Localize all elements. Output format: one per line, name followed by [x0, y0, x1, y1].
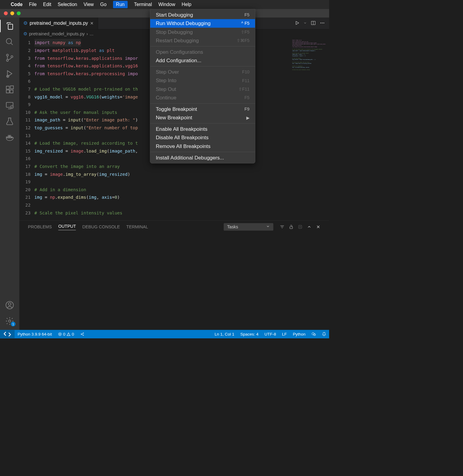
- menu-item-install-additional-debuggers-[interactable]: Install Additional Debuggers...: [150, 153, 255, 162]
- status-indentation[interactable]: Spaces: 4: [237, 332, 261, 336]
- output-channel-select[interactable]: Tasks: [224, 223, 273, 231]
- menu-edit[interactable]: Edit: [43, 2, 51, 7]
- close-panel-icon[interactable]: [316, 224, 321, 230]
- settings-icon[interactable]: 1: [5, 317, 14, 326]
- clear-output-icon[interactable]: [298, 224, 303, 230]
- menu-item-stop-debugging: Stop Debugging⇧F5: [150, 28, 255, 36]
- chevron-down-icon: [266, 224, 270, 229]
- svg-point-3: [11, 56, 13, 57]
- svg-point-22: [83, 333, 84, 333]
- svg-rect-5: [6, 86, 9, 89]
- status-eol[interactable]: LF: [279, 332, 290, 336]
- menu-item-toggle-breakpoint[interactable]: Toggle BreakpointF9: [150, 105, 255, 113]
- svg-point-23: [83, 335, 84, 336]
- source-control-icon[interactable]: [5, 53, 14, 62]
- run-file-icon[interactable]: [295, 21, 299, 26]
- svg-rect-7: [10, 90, 13, 93]
- svg-point-15: [320, 23, 321, 24]
- close-window-button[interactable]: [4, 11, 8, 15]
- status-encoding[interactable]: UTF-8: [261, 332, 279, 336]
- status-problems[interactable]: 0 0: [55, 332, 77, 336]
- svg-point-17: [323, 23, 324, 24]
- svg-rect-8: [10, 86, 13, 89]
- svg-point-13: [8, 320, 11, 322]
- svg-rect-6: [6, 90, 9, 93]
- split-editor-icon[interactable]: [311, 21, 316, 27]
- activity-bar: 1: [0, 18, 19, 330]
- menu-item-run-without-debugging[interactable]: Run Without Debugging^ F5: [150, 19, 255, 27]
- run-debug-icon[interactable]: [5, 69, 14, 78]
- menu-item-restart-debugging: Restart Debugging⇧⌘F5: [150, 36, 255, 45]
- explorer-icon[interactable]: [5, 21, 14, 31]
- menu-item-disable-all-breakpoints[interactable]: Disable All Breakpoints: [150, 133, 255, 142]
- svg-point-25: [314, 334, 316, 336]
- testing-icon[interactable]: [5, 117, 14, 126]
- output-channel-label: Tasks: [227, 224, 238, 229]
- status-python-version[interactable]: Python 3.9.9 64-bit: [15, 332, 55, 336]
- warnings-count: 0: [72, 332, 74, 336]
- svg-point-16: [322, 23, 323, 24]
- menu-selection[interactable]: Selection: [58, 2, 77, 7]
- bottom-panel: PROBLEMS OUTPUT DEBUG CONSOLE TERMINAL T…: [19, 220, 329, 330]
- filter-icon[interactable]: [280, 224, 285, 230]
- menu-item-remove-all-breakpoints[interactable]: Remove All Breakpoints: [150, 142, 255, 150]
- extensions-icon[interactable]: [5, 85, 14, 94]
- menu-terminal[interactable]: Terminal: [134, 2, 152, 7]
- status-feedback-icon[interactable]: [309, 332, 319, 336]
- svg-point-1: [6, 54, 8, 56]
- accounts-icon[interactable]: [5, 301, 14, 310]
- tab-close-icon[interactable]: ✕: [90, 21, 94, 26]
- menu-item-step-out: Step Out⇧F11: [150, 85, 255, 93]
- svg-point-21: [81, 334, 82, 334]
- panel-tab-problems[interactable]: PROBLEMS: [28, 224, 52, 229]
- minimap[interactable]: import numpy as np import matplotlib.pyp…: [290, 38, 329, 220]
- menu-run[interactable]: Run: [113, 1, 128, 8]
- traffic-lights: [0, 11, 21, 15]
- docker-icon[interactable]: [5, 133, 14, 142]
- menu-view[interactable]: View: [84, 2, 94, 7]
- app-name[interactable]: Code: [11, 2, 23, 7]
- menu-window[interactable]: Window: [158, 2, 175, 7]
- status-bar: Python 3.9.9 64-bit 0 0 Ln 1, Col 1 Spac…: [0, 330, 329, 338]
- more-actions-icon[interactable]: [320, 21, 325, 27]
- chevron-up-icon[interactable]: [307, 224, 312, 230]
- tab-actions: [295, 18, 329, 29]
- menu-item-open-configurations: Open Configurations: [150, 48, 255, 56]
- maximize-window-button[interactable]: [17, 11, 21, 15]
- errors-count: 0: [63, 332, 66, 336]
- breadcrumb-rest: ...: [90, 31, 93, 36]
- panel-tab-debug-console[interactable]: DEBUG CONSOLE: [83, 224, 120, 229]
- menu-item-enable-all-breakpoints[interactable]: Enable All Breakpoints: [150, 125, 255, 133]
- minimize-window-button[interactable]: [10, 11, 14, 15]
- panel-tab-output[interactable]: OUTPUT: [58, 224, 76, 230]
- svg-point-0: [6, 38, 11, 43]
- menu-item-add-configuration-[interactable]: Add Configuration...: [150, 56, 255, 65]
- menu-item-step-over: Step OverF10: [150, 68, 255, 76]
- tab-pretrained-model-inputs[interactable]: ⚙ pretrained_model_inputs.py ✕: [19, 18, 98, 29]
- tab-label: pretrained_model_inputs.py: [30, 21, 88, 26]
- status-language-mode[interactable]: Python: [290, 332, 309, 336]
- menu-file[interactable]: File: [29, 2, 37, 7]
- status-cursor-position[interactable]: Ln 1, Col 1: [212, 332, 237, 336]
- remote-explorer-icon[interactable]: [5, 101, 14, 110]
- menu-help[interactable]: Help: [182, 2, 191, 7]
- svg-point-2: [6, 60, 8, 61]
- status-notifications-icon[interactable]: [319, 332, 329, 336]
- status-live-share[interactable]: [77, 332, 87, 336]
- panel-tabs: PROBLEMS OUTPUT DEBUG CONSOLE TERMINAL T…: [19, 220, 329, 233]
- menu-go[interactable]: Go: [100, 2, 106, 7]
- chevron-right-icon: ›: [86, 31, 88, 36]
- svg-rect-18: [290, 227, 293, 229]
- panel-tab-terminal[interactable]: TERMINAL: [126, 224, 148, 229]
- remote-indicator[interactable]: [0, 330, 15, 338]
- breadcrumb-file: pretrained_model_inputs.py: [29, 31, 85, 36]
- mac-menubar: Code File Edit Selection View Go Run Ter…: [0, 0, 329, 9]
- settings-badge: 1: [11, 322, 16, 326]
- search-icon[interactable]: [5, 37, 14, 47]
- run-dropdown-icon[interactable]: [303, 21, 307, 25]
- menu-item-step-into: Step IntoF11: [150, 76, 255, 85]
- menu-item-start-debugging[interactable]: Start DebuggingF5: [150, 11, 255, 19]
- menu-item-new-breakpoint[interactable]: New Breakpoint▶: [150, 113, 255, 122]
- lock-icon[interactable]: [289, 224, 294, 230]
- svg-point-12: [8, 303, 11, 305]
